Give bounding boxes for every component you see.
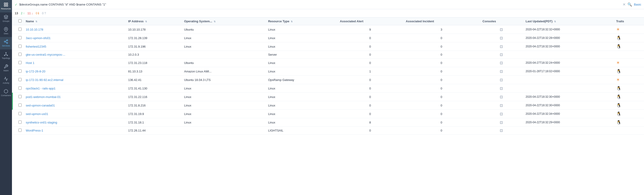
row-indicator-cell: [12, 101, 17, 110]
row-checkbox[interactable]: [18, 70, 22, 73]
sidebar-item-topology[interactable]: Topology: [0, 50, 12, 62]
table-row: ip-172-31-90-92.ec2.internal136.42.41Ubu…: [12, 76, 644, 84]
console-icon[interactable]: ⊡: [500, 70, 503, 73]
row-name-link[interactable]: fishertest12345: [26, 45, 46, 48]
row-checkbox-cell: [17, 93, 23, 101]
sidebar-item-resources[interactable]: Resources: [0, 0, 12, 12]
basic-button[interactable]: Basic: [634, 3, 641, 6]
row-checkbox[interactable]: [18, 128, 22, 132]
console-icon[interactable]: ⊡: [500, 86, 503, 90]
row-last-updated-cell: 2020-04-22T18:32:32+0000: [523, 25, 613, 34]
sidebar-item-activity[interactable]: Activity: [0, 74, 12, 87]
table-body: 10.10.10.17810.10.10.178UbuntuLinux93⊡20…: [12, 25, 644, 134]
row-traits-cell: ☀: [614, 59, 644, 67]
stat-unknown-icon: ?: [44, 12, 46, 15]
console-icon[interactable]: ⊡: [500, 78, 503, 82]
col-last-updated[interactable]: Last Updated(PDT) ⇅: [523, 18, 613, 25]
ip-sort-icon: ⇅: [145, 20, 147, 23]
console-icon[interactable]: ⊡: [500, 120, 503, 124]
console-icon[interactable]: ⊡: [500, 53, 503, 56]
linux-trait-icon: 🐧: [616, 44, 621, 49]
sidebar-item-services[interactable]: Services: [0, 37, 12, 50]
row-checkbox[interactable]: [18, 78, 22, 81]
row-consoles-cell: ⊡: [480, 84, 523, 93]
row-indicator-cell: [12, 34, 17, 42]
row-checkbox[interactable]: [18, 36, 22, 39]
row-alert-cell: 0: [337, 34, 403, 42]
row-checkbox[interactable]: [18, 86, 22, 90]
col-name[interactable]: Name ⇅: [23, 18, 125, 25]
row-name-link[interactable]: gke-us-central1-mycompos-...: [26, 53, 65, 56]
row-checkbox-cell: [17, 76, 23, 84]
row-name-link[interactable]: 10.10.10.178: [26, 28, 43, 31]
console-icon[interactable]: ⊡: [500, 28, 503, 32]
row-indicator-cell: [12, 84, 17, 93]
col-ip[interactable]: IP Address ⇅: [125, 18, 181, 25]
search-clear-button[interactable]: ✕: [622, 2, 626, 7]
row-traits-cell: ☀: [614, 25, 644, 34]
row-checkbox[interactable]: [18, 28, 22, 31]
row-os-cell: Ubuntu: [182, 25, 266, 34]
row-name-link[interactable]: synthetics-vn01-staging: [26, 121, 57, 124]
console-icon[interactable]: ⊡: [500, 112, 503, 116]
row-alert-cell: 0: [337, 101, 403, 110]
row-checkbox[interactable]: [18, 104, 22, 107]
row-checkbox-cell: [17, 59, 23, 67]
row-incident-cell: 0: [403, 93, 480, 101]
search-button[interactable]: 🔍: [628, 2, 632, 7]
row-os-cell: Linux: [182, 93, 266, 101]
row-name-link[interactable]: ip-172-26-8-20: [26, 70, 45, 73]
row-name-link[interactable]: sed-upmon-us01: [26, 112, 48, 116]
console-icon[interactable]: ⊡: [500, 95, 503, 99]
row-name-link[interactable]: ip-172-31-90-92.ec2.internal: [26, 78, 63, 82]
stat-up: 2 ↑: [21, 12, 24, 15]
row-name-link[interactable]: opsStack1 - rails-app1: [26, 87, 56, 90]
sidebar-item-activity-label: Activity: [3, 82, 10, 84]
row-name-link[interactable]: sed-upmon-canada01: [26, 104, 55, 107]
row-resource-type-cell: Linux: [266, 34, 337, 42]
select-all-checkbox[interactable]: [18, 19, 22, 22]
row-checkbox[interactable]: [18, 112, 22, 115]
console-icon[interactable]: ⊡: [500, 44, 503, 48]
row-incident-cell: 0: [403, 67, 480, 76]
sidebar-item-maint-label: Maint: [4, 70, 8, 72]
col-checkbox: [17, 18, 23, 25]
sun-trait-icon: ☀: [616, 78, 620, 82]
row-ip-cell: 172.31.19.9: [125, 110, 181, 118]
row-checkbox[interactable]: [18, 53, 22, 56]
table-row: 3acc-upmon-sfo01172.31.28.139LinuxLinux0…: [12, 34, 644, 42]
console-icon[interactable]: ⊡: [500, 128, 503, 132]
col-resource-type[interactable]: Resource Type ⇅: [266, 18, 337, 25]
row-checkbox-cell: [17, 101, 23, 110]
row-name-link[interactable]: Host 1: [26, 61, 34, 64]
sidebar-item-maint[interactable]: Maint: [0, 62, 12, 74]
sidebar-item-containers[interactable]: Containers: [0, 87, 12, 99]
svg-line-16: [6, 54, 7, 55]
row-checkbox[interactable]: [18, 120, 22, 124]
row-name-link[interactable]: WordPress-1: [26, 129, 43, 132]
col-os[interactable]: Operating System... ⇅: [182, 18, 266, 25]
console-icon[interactable]: ⊡: [500, 36, 503, 40]
console-icon[interactable]: ⊡: [500, 61, 503, 65]
sun-trait-icon: ☀: [616, 27, 620, 32]
console-icon[interactable]: ⊡: [500, 104, 503, 108]
row-name-link[interactable]: 3acc-upmon-sfo01: [26, 36, 50, 40]
svg-point-7: [4, 41, 6, 42]
row-consoles-cell: ⊡: [480, 51, 523, 59]
search-status-icon: ✓: [15, 3, 18, 6]
row-checkbox[interactable]: [18, 44, 22, 48]
search-input[interactable]: [19, 3, 621, 6]
row-checkbox-cell: [17, 34, 23, 42]
sidebar-item-groups[interactable]: Groups: [0, 12, 12, 25]
row-name-link[interactable]: pod1-webmon-mumbai-01: [26, 95, 61, 99]
row-checkbox-cell: [17, 118, 23, 127]
stat-down: 11 ↓: [27, 12, 33, 15]
stat-unknown: 0 ?: [42, 12, 46, 15]
row-traits-cell: 🐧: [614, 42, 644, 51]
table-row: sed-upmon-us01172.31.19.9LinuxLinux00⊡20…: [12, 110, 644, 118]
stat-down-arrow: ↓: [32, 12, 33, 15]
sidebar-item-sites[interactable]: Sites: [0, 25, 12, 37]
row-name-cell: sed-upmon-canada01: [23, 101, 125, 110]
row-checkbox[interactable]: [18, 61, 22, 64]
row-checkbox[interactable]: [18, 95, 22, 98]
